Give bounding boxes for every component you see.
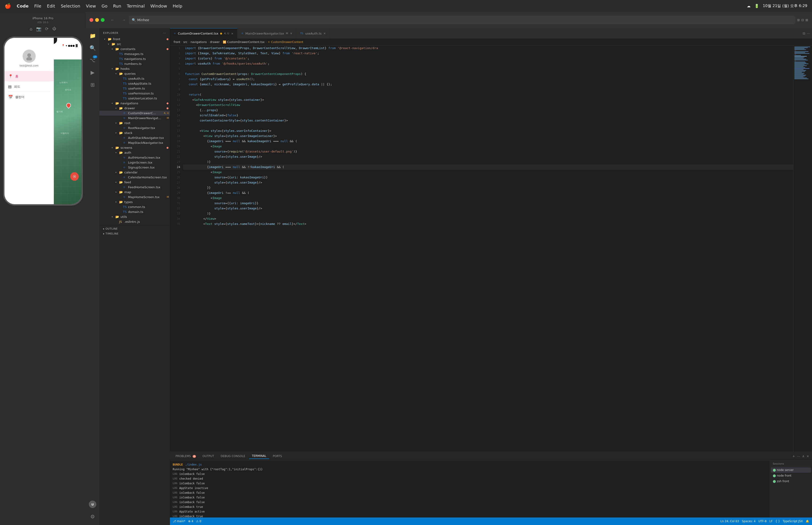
- add-terminal-icon[interactable]: +: [792, 454, 795, 458]
- tree-file-useappstate[interactable]: TS useAppState.ts: [99, 81, 170, 86]
- menu-go[interactable]: Go: [102, 3, 107, 9]
- status-line-ending[interactable]: LF: [769, 520, 773, 523]
- menu-window[interactable]: Window: [150, 3, 167, 9]
- camera-icon[interactable]: 📷: [36, 26, 41, 31]
- terminal-more-icon[interactable]: ⋯: [797, 454, 800, 458]
- terminal-content[interactable]: BUNDLE ./index.js Running "Minhee" with …: [170, 460, 770, 518]
- tree-file-signup[interactable]: ⚛ SignupScreen.tsx: [99, 165, 170, 170]
- tree-file-customdrawer[interactable]: ⚛ CustomDrawerC... 4, U: [99, 111, 170, 116]
- activity-search[interactable]: 🔍: [87, 42, 98, 54]
- activity-run-debug[interactable]: ▶: [87, 67, 98, 78]
- tree-file-maphome[interactable]: ⚛ MapHomeScreen.tsx M: [99, 195, 170, 199]
- tab-close-maindrawer[interactable]: ×: [290, 32, 292, 35]
- status-ln-col[interactable]: Ln 24, Col 63: [720, 520, 739, 523]
- traffic-light-minimize[interactable]: [95, 18, 99, 22]
- tree-file-login[interactable]: ⚛ LoginScreen.tsx: [99, 160, 170, 165]
- traffic-light-close[interactable]: [90, 18, 93, 22]
- tab-useauth[interactable]: TS useAuth.ts ×: [296, 28, 330, 39]
- tree-folder-constants[interactable]: ▾ 📂 constants: [99, 46, 170, 51]
- vscode-search-bar[interactable]: 🔍 Minhee: [129, 16, 795, 24]
- terminal-session-zsh-front[interactable]: ⬤ zsh front: [771, 479, 811, 484]
- breadcrumb-src[interactable]: src: [183, 41, 187, 44]
- current-location-button[interactable]: ⦿: [70, 172, 79, 181]
- tree-file-messages[interactable]: TS messages.ts: [99, 51, 170, 56]
- tree-file-navigations-const[interactable]: TS navigations.ts: [99, 56, 170, 61]
- tree-file-maindrawer[interactable]: ⚛ MainDrawerNavigat... M: [99, 116, 170, 121]
- status-git-branch[interactable]: ⎇ main*: [173, 520, 185, 523]
- drawer-menu-calendar[interactable]: 📅 캘린더: [4, 92, 54, 102]
- apple-menu[interactable]: 🍎: [5, 3, 11, 9]
- status-warnings[interactable]: ⚠ 0: [196, 520, 201, 523]
- timeline-header[interactable]: ▸ TIMELINE: [99, 231, 170, 236]
- tree-file-authhome[interactable]: ⚛ AuthHomeScreen.tsx: [99, 155, 170, 160]
- tree-file-mapstack[interactable]: ⚛ MapStackNavigator.tsx: [99, 140, 170, 145]
- menu-edit[interactable]: Edit: [47, 3, 55, 9]
- tree-file-useform[interactable]: TS useForm.ts: [99, 86, 170, 91]
- tree-folder-auth[interactable]: ▾ 📂 auth: [99, 150, 170, 155]
- menu-code[interactable]: Code: [17, 3, 29, 9]
- tree-folder-queries[interactable]: ▾ 📂 queries: [99, 71, 170, 76]
- menu-selection[interactable]: Selection: [61, 3, 80, 9]
- tab-close-useauth[interactable]: ×: [323, 32, 326, 35]
- tree-folder-utils[interactable]: ▾ 📂 utils: [99, 214, 170, 219]
- layout-icon[interactable]: ⊞: [797, 18, 800, 22]
- tree-file-useuserlocation[interactable]: TS useUserLocation.ts: [99, 96, 170, 101]
- tree-folder-hooks[interactable]: ▾ 📂 hooks: [99, 66, 170, 71]
- status-encoding[interactable]: UTF-8: [759, 520, 767, 523]
- tab-debug-console[interactable]: DEBUG CONSOLE: [218, 453, 248, 459]
- terminal-session-node-server[interactable]: ⬤ node server: [771, 467, 811, 472]
- terminal-close-icon[interactable]: ×: [806, 454, 809, 458]
- tree-folder-map[interactable]: ▾ 📂 map: [99, 190, 170, 195]
- tab-close-customdrawer[interactable]: ×: [231, 32, 233, 35]
- tab-customdrawer[interactable]: ⚛ CustomDrawerContent.tsx 4, U ×: [170, 28, 237, 39]
- status-notifications[interactable]: 🔔: [806, 520, 809, 523]
- outline-header[interactable]: ▸ OUTLINE: [99, 226, 170, 231]
- home-nav-icon[interactable]: ⌂: [30, 26, 32, 31]
- tree-file-calendarhome[interactable]: ⚛ CalendarHomeScreen.tsx: [99, 175, 170, 180]
- drawer-menu-home[interactable]: 📍 홈: [4, 71, 54, 81]
- tree-folder-front[interactable]: ▾ 📂 front: [99, 37, 170, 42]
- split-editor-icon[interactable]: ⊟: [802, 31, 806, 35]
- menu-help[interactable]: Help: [173, 3, 182, 9]
- menu-file[interactable]: File: [34, 3, 41, 9]
- tab-maindrawer[interactable]: ⚛ MainDrawerNavigator.tsx M ×: [237, 28, 296, 39]
- terminal-maximize-icon[interactable]: ∧: [802, 454, 805, 458]
- tree-folder-feed[interactable]: ▾ 📂 feed: [99, 180, 170, 185]
- tree-folder-src[interactable]: ▾ 📂 src: [99, 42, 170, 46]
- tree-file-feedhome[interactable]: ⚛ FeedHomeScreen.tsx: [99, 185, 170, 190]
- terminal-session-node-front[interactable]: ⬤ node front: [771, 473, 811, 478]
- tree-folder-types[interactable]: ▾ 📂 types: [99, 199, 170, 205]
- tree-file-usepermission[interactable]: TS usePermission.ts: [99, 91, 170, 96]
- tree-file-useauth[interactable]: TS useAuth.ts: [99, 76, 170, 81]
- tab-ports[interactable]: PORTS: [270, 453, 285, 459]
- tab-output[interactable]: OUTPUT: [200, 453, 217, 459]
- status-language[interactable]: { }: [775, 520, 780, 523]
- tree-file-numbers[interactable]: TS numbers.ts: [99, 61, 170, 66]
- sidebar-toggle-icon[interactable]: ⊠: [806, 18, 808, 22]
- breadcrumb-drawer[interactable]: drawer: [210, 41, 220, 44]
- nav-forward-button[interactable]: →: [121, 17, 127, 23]
- tree-folder-calendar[interactable]: ▾ 📂 calendar: [99, 170, 170, 175]
- tree-folder-navigations[interactable]: ▾ 📂 navigations: [99, 101, 170, 106]
- split-icon[interactable]: ⊟: [801, 18, 804, 22]
- status-spaces[interactable]: Spaces: 4: [742, 520, 755, 523]
- tree-folder-root[interactable]: ▾ 📂 root: [99, 121, 170, 125]
- tree-folder-screens[interactable]: ▾ 📂 screens: [99, 145, 170, 150]
- tree-file-eslintrc[interactable]: JS .eslintrc.js: [99, 219, 170, 224]
- activity-source-control[interactable]: ⌥ 17: [87, 55, 98, 66]
- tree-file-authstack[interactable]: ⚛ AuthStackNavigator.tsx: [99, 135, 170, 140]
- activity-accounts[interactable]: U: [87, 499, 98, 510]
- menu-view[interactable]: View: [86, 3, 96, 9]
- status-language-name[interactable]: TypeScript JSX: [783, 520, 803, 523]
- breadcrumb-front[interactable]: front: [174, 41, 181, 44]
- tree-file-domain[interactable]: TS domain.ts: [99, 209, 170, 214]
- activity-extensions[interactable]: ⊞: [87, 79, 98, 90]
- power-btn[interactable]: ⏻: [52, 26, 56, 31]
- breadcrumb-file[interactable]: 🔀 CustomDrawerContent.tsx: [223, 41, 264, 44]
- tree-folder-drawer[interactable]: ▾ 📂 drawer: [99, 106, 170, 111]
- more-actions-icon[interactable]: ⋯: [807, 31, 810, 35]
- tab-terminal[interactable]: TERMINAL: [249, 453, 269, 459]
- menu-run[interactable]: Run: [113, 3, 121, 9]
- tab-problems[interactable]: PROBLEMS 4: [173, 453, 199, 459]
- new-file-icon[interactable]: ⋯: [163, 31, 166, 35]
